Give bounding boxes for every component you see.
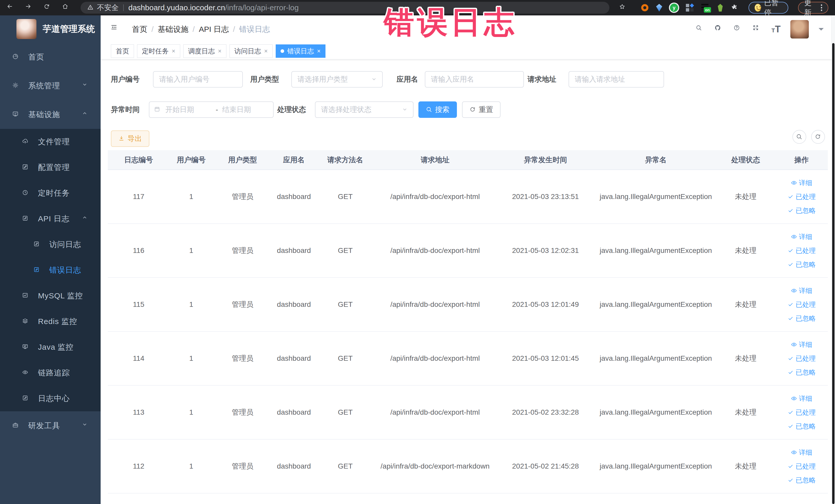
- mark-ignored-link[interactable]: 已忽略: [788, 420, 816, 432]
- breadcrumb-item[interactable]: 首页: [132, 24, 147, 35]
- mark-processed-link[interactable]: 已处理: [788, 460, 816, 473]
- detail-link[interactable]: 详细: [791, 338, 812, 351]
- search-icon[interactable]: [696, 25, 705, 34]
- browser-menu-icon[interactable]: [821, 7, 822, 8]
- close-icon[interactable]: ×: [264, 47, 268, 55]
- mark-ignored-link[interactable]: 已忽略: [788, 474, 816, 486]
- sync-paused-chip[interactable]: 已暂停: [749, 2, 788, 14]
- extension-sprout-icon[interactable]: [717, 4, 724, 12]
- edit-icon: [22, 162, 31, 172]
- sidebar-fold-icon[interactable]: [111, 24, 121, 35]
- extension-gem-icon[interactable]: [656, 4, 662, 12]
- browser-home-icon[interactable]: [62, 3, 71, 12]
- browser-forward-icon[interactable]: [25, 3, 34, 12]
- tag-home[interactable]: 首页: [111, 44, 134, 58]
- user-type-select[interactable]: 请选择用户类型: [291, 71, 383, 87]
- sidebar-item-config-management[interactable]: 配置管理: [0, 155, 101, 180]
- bookmark-star-icon[interactable]: [619, 4, 627, 12]
- request-url-input[interactable]: [569, 71, 664, 87]
- font-size-icon[interactable]: TT: [772, 24, 780, 35]
- search-button[interactable]: 搜索: [419, 101, 457, 118]
- sidebar-item-label: 首页: [28, 52, 44, 62]
- check-icon: [788, 247, 794, 254]
- security-status[interactable]: 不安全: [87, 3, 119, 13]
- process-status-select[interactable]: 请选择处理状态: [315, 101, 413, 118]
- end-date-placeholder: 结束日期: [222, 105, 268, 115]
- reset-button[interactable]: 重置: [462, 101, 501, 118]
- mark-processed-link[interactable]: 已处理: [788, 352, 816, 365]
- breadcrumb-item[interactable]: 基础设施: [158, 24, 188, 35]
- sidebar-item-error-log[interactable]: 错误日志: [0, 257, 101, 283]
- avatar-caret-icon[interactable]: [819, 28, 824, 33]
- puzzle-icon[interactable]: [731, 4, 739, 12]
- browser-back-icon[interactable]: [7, 3, 15, 12]
- cell-log-id: 115: [108, 278, 169, 331]
- sidebar-item-api-log[interactable]: API 日志: [0, 206, 101, 231]
- sidebar-item-file-management[interactable]: 文件管理: [0, 129, 101, 155]
- sidebar-item-tracing[interactable]: 链路追踪: [0, 360, 101, 386]
- tag-access-log[interactable]: 访问日志 ×: [229, 44, 272, 58]
- sidebar-item-log-center[interactable]: 日志中心: [0, 386, 101, 411]
- scrollbar-thumb[interactable]: [832, 43, 834, 504]
- cell-method: GET: [316, 331, 375, 385]
- sidebar-item-label: API 日志: [38, 214, 69, 224]
- sidebar-item-dev-tools[interactable]: 研发工具: [0, 411, 101, 440]
- export-button[interactable]: 导出: [111, 130, 149, 147]
- sidebar-item-home[interactable]: 首页: [0, 43, 101, 72]
- app-logo[interactable]: 芋道管理系统: [0, 15, 101, 43]
- exception-time-range-picker[interactable]: 开始日期 - 结束日期: [149, 101, 273, 118]
- help-icon[interactable]: [734, 25, 743, 34]
- mark-ignored-link[interactable]: 已忽略: [788, 312, 816, 325]
- eye-icon: [791, 180, 797, 186]
- browser-reload-icon[interactable]: [44, 3, 53, 12]
- extension-y-icon[interactable]: y: [670, 4, 678, 12]
- sidebar-item-system[interactable]: 系统管理: [0, 72, 101, 100]
- app-name-input[interactable]: [425, 71, 524, 87]
- address-bar[interactable]: 不安全 dashboard.yudao.iocoder.cn/infra/log…: [81, 2, 609, 14]
- update-button[interactable]: 更新: [798, 2, 828, 14]
- user-id-input[interactable]: [153, 71, 243, 87]
- github-icon[interactable]: [715, 25, 724, 34]
- mark-ignored-link[interactable]: 已忽略: [788, 366, 816, 379]
- extension-ring-icon[interactable]: [641, 4, 648, 11]
- tag-error-log[interactable]: 错误日志 ×: [276, 44, 325, 58]
- toggle-search-button[interactable]: [792, 130, 806, 144]
- mark-processed-link[interactable]: 已处理: [788, 406, 816, 419]
- sidebar-item-java-monitor[interactable]: Java 监控: [0, 334, 101, 360]
- emoji-avatar-icon: [755, 4, 761, 12]
- sidebar-item-label: 基础设施: [28, 109, 60, 120]
- extension-switch-icon[interactable]: on: [701, 4, 710, 12]
- sidebar-item-access-log[interactable]: 访问日志: [0, 231, 101, 257]
- cell-url: /api/infra/db-doc/export-html: [375, 224, 495, 278]
- tag-schedule-log[interactable]: 调度日志 ×: [183, 44, 226, 58]
- detail-link[interactable]: 详细: [791, 446, 812, 459]
- detail-link[interactable]: 详细: [791, 230, 812, 243]
- header-actions: TT: [696, 20, 824, 39]
- window-scrollbar[interactable]: [831, 15, 835, 504]
- extension-grid-icon[interactable]: [686, 4, 694, 12]
- detail-link[interactable]: 详细: [791, 284, 812, 297]
- sidebar-item-mysql-monitor[interactable]: MySQL 监控: [0, 283, 101, 309]
- close-icon[interactable]: ×: [317, 47, 321, 55]
- close-icon[interactable]: ×: [218, 47, 222, 55]
- fullscreen-icon[interactable]: [753, 25, 762, 34]
- mark-ignored-link[interactable]: 已忽略: [788, 258, 816, 271]
- refresh-table-button[interactable]: [811, 130, 825, 144]
- mark-processed-link[interactable]: 已处理: [788, 190, 816, 203]
- mark-ignored-link[interactable]: 已忽略: [788, 204, 816, 217]
- sidebar-item-redis-monitor[interactable]: Redis 监控: [0, 309, 101, 334]
- log-icon: [33, 265, 42, 275]
- detail-link[interactable]: 详细: [791, 176, 812, 189]
- sidebar-item-label: 访问日志: [49, 239, 81, 250]
- close-icon[interactable]: ×: [172, 47, 175, 55]
- breadcrumb: 首页 / 基础设施 / API 日志 / 错误日志: [132, 24, 270, 35]
- mark-processed-link[interactable]: 已处理: [788, 298, 816, 311]
- detail-link[interactable]: 详细: [791, 392, 812, 405]
- breadcrumb-item[interactable]: API 日志: [199, 24, 229, 35]
- tag-scheduled-jobs[interactable]: 定时任务 ×: [137, 44, 180, 58]
- cell-user-id: 1: [169, 278, 213, 331]
- sidebar-item-infrastructure[interactable]: 基础设施: [0, 100, 101, 129]
- mark-processed-link[interactable]: 已处理: [788, 244, 816, 257]
- sidebar-item-scheduled-jobs[interactable]: 定时任务: [0, 180, 101, 206]
- user-avatar[interactable]: [790, 20, 809, 39]
